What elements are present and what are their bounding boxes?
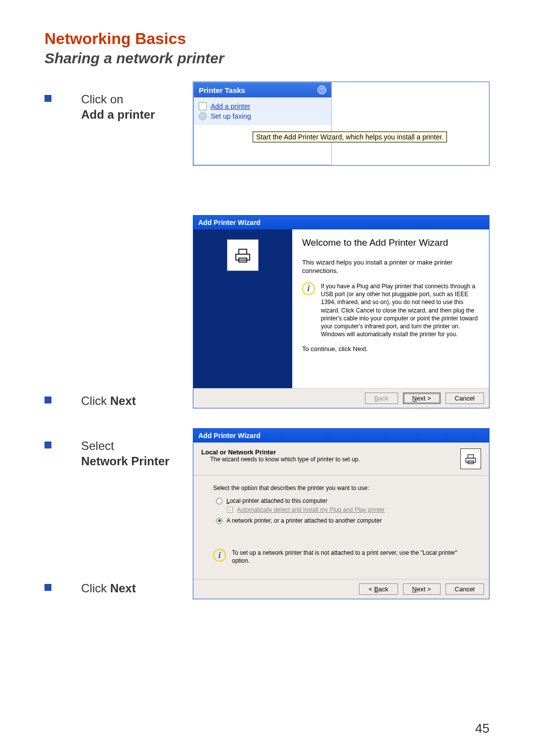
- step1-text: Click on: [81, 92, 123, 106]
- wizard2-titlebar: Add Printer Wizard: [193, 429, 489, 443]
- wizard2-info-text: To set up a network printer that is not …: [232, 549, 469, 565]
- printer-tasks-panel: Printer Tasks ˆ Add a printer Set up fax…: [193, 82, 490, 166]
- wizard1-intro: This wizard helps you install a printer …: [302, 259, 479, 275]
- bullet-icon: [44, 584, 51, 591]
- next-button[interactable]: Next >: [403, 393, 441, 404]
- add-printer-wizard-network: Add Printer Wizard Local or Network Prin…: [193, 428, 490, 599]
- wizard2-header-title: Local or Network Printer: [201, 448, 360, 456]
- printer-icon: [460, 448, 481, 469]
- svg-rect-1: [239, 249, 247, 254]
- wizard1-titlebar: Add Printer Wizard: [193, 216, 489, 229]
- add-printer-wizard-welcome: Add Printer Wizard Welcome to the Add Pr…: [193, 215, 490, 408]
- info-icon: i: [213, 549, 226, 562]
- step3-text: Select: [81, 439, 114, 452]
- printer-tasks-header: Printer Tasks ˆ: [194, 83, 331, 97]
- step1-bold: Add a printer: [81, 108, 155, 121]
- add-printer-tooltip: Start the Add Printer Wizard, which help…: [253, 132, 447, 142]
- collapse-icon[interactable]: ˆ: [317, 86, 326, 94]
- cancel-button[interactable]: Cancel: [445, 583, 484, 595]
- bullet-icon: [44, 397, 51, 403]
- printer-tasks-box: Printer Tasks ˆ Add a printer Set up fax…: [193, 82, 332, 165]
- cancel-button[interactable]: Cancel: [445, 393, 484, 404]
- checkbox-icon: ✓: [227, 507, 233, 513]
- radio-local-printer[interactable]: Local printer attached to this computer: [216, 497, 469, 504]
- radio-network-printer-label: A network printer, or a printer attached…: [226, 517, 382, 524]
- step2-text: Click: [81, 394, 110, 407]
- back-button[interactable]: < Back: [359, 583, 398, 595]
- wizard2-header: Local or Network Printer The wizard need…: [193, 443, 489, 476]
- instruction-step-1: Click on Add a printer: [44, 91, 193, 122]
- next-button[interactable]: Next >: [403, 583, 441, 595]
- wizard1-continue: To continue, click Next.: [302, 345, 479, 354]
- page-heading: Networking Basics: [44, 30, 490, 48]
- wizard1-button-bar: Back Next > Cancel: [193, 388, 489, 408]
- radio-icon: [216, 518, 222, 524]
- set-up-faxing-row[interactable]: Set up faxing: [199, 111, 326, 121]
- svg-rect-3: [466, 458, 476, 462]
- radio-icon: [216, 498, 222, 504]
- step2-bold: Next: [110, 394, 136, 407]
- page-number: 45: [475, 721, 490, 736]
- radio-network-printer[interactable]: A network printer, or a printer attached…: [216, 517, 469, 524]
- wizard1-sidebar: [193, 229, 292, 388]
- checkbox-auto-detect: ✓ Automatically detect and install my Pl…: [227, 506, 469, 513]
- checkbox-auto-detect-label: Automatically detect and install my Plug…: [237, 506, 385, 513]
- back-button: Back: [365, 393, 398, 404]
- svg-rect-4: [468, 455, 473, 458]
- page-subheading: Sharing a network printer: [44, 50, 490, 67]
- add-printer-icon: [199, 102, 207, 110]
- step4-text: Click: [81, 581, 110, 595]
- add-a-printer-link-row[interactable]: Add a printer: [199, 101, 326, 111]
- wizard2-prompt: Select the option that describes the pri…: [213, 485, 469, 491]
- add-a-printer-link[interactable]: Add a printer: [211, 102, 250, 110]
- wizard1-welcome-heading: Welcome to the Add Printer Wizard: [302, 237, 479, 249]
- bullet-icon: [44, 442, 51, 448]
- printer-icon: [227, 239, 259, 271]
- fax-icon: [199, 112, 207, 120]
- svg-rect-0: [236, 254, 250, 260]
- bullet-icon: [44, 95, 51, 102]
- wizard2-header-sub: The wizard needs to know which type of p…: [210, 456, 360, 463]
- info-icon: i: [302, 282, 315, 295]
- step3-bold: Network Printer: [81, 454, 170, 468]
- printer-tasks-title: Printer Tasks: [199, 86, 245, 94]
- wizard1-info-text: If you have a Plug and Play printer that…: [321, 282, 479, 338]
- wizard2-button-bar: < Back Next > Cancel: [193, 579, 489, 599]
- step4-bold: Next: [110, 581, 136, 595]
- set-up-faxing-link[interactable]: Set up faxing: [211, 112, 251, 120]
